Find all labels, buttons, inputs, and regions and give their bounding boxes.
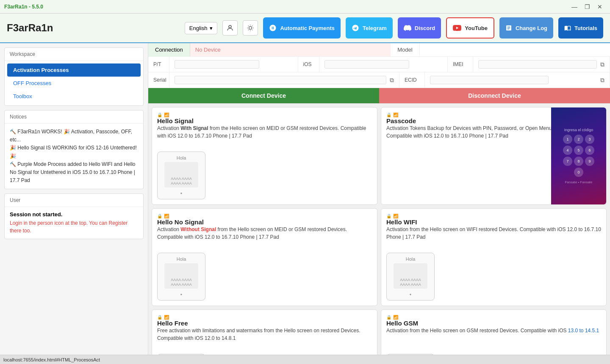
sidebar-item-toolbox[interactable]: Toolbox	[7, 90, 141, 103]
card-icons-6: 🔒 📶	[386, 315, 601, 320]
signal-icon-6: 📶	[393, 315, 398, 320]
close-button[interactable]: ✕	[594, 2, 606, 11]
signal-icon-2: 📶	[393, 113, 398, 117]
titlebar-logo: F3arRa1n - 5.5.0	[4, 4, 43, 10]
user-icon-button[interactable]	[222, 20, 238, 36]
telegram-button[interactable]: Telegram	[346, 17, 393, 39]
card-desc-hello-wifi: Activation from the Hello screen on WIFI…	[386, 226, 601, 241]
lock-icon-2: 🔒	[386, 113, 391, 117]
serial-input[interactable]	[175, 76, 386, 84]
card-desc-hello-free: Free activation with limitations and wat…	[157, 327, 372, 342]
ecid-input-cell: ⧉	[425, 72, 610, 88]
changelog-button[interactable]: Change Log	[499, 17, 553, 39]
imei-cell: IMEI	[448, 57, 473, 72]
svg-point-0	[229, 25, 231, 28]
serial-cell: Serial	[148, 72, 169, 88]
ios-input-cell	[319, 57, 448, 72]
titlebar-controls: — ❐ ✕	[568, 2, 606, 11]
imei-input-cell: ⧉	[473, 57, 610, 72]
language-selector[interactable]: English ▾	[185, 22, 218, 34]
svg-point-1	[249, 27, 252, 30]
discord-label: Discord	[415, 25, 435, 31]
wifi-icon: 📶	[393, 214, 398, 218]
connection-bar: Connection No Device Model P/T iOS	[148, 43, 610, 104]
workspace-menu: Activation Processes OFF Processes Toolb…	[5, 61, 143, 105]
notices-section: Notices 🔨 F3arRa1n WORKS! 🎉 Activation, …	[4, 110, 144, 189]
lock-icon-5: 🔒	[157, 315, 162, 320]
workspace-label: Workspace	[5, 48, 143, 61]
notices-label: Notices	[5, 110, 143, 124]
signal-icon-5: 📶	[164, 315, 169, 320]
svg-line-5	[252, 30, 253, 30]
user-label: User	[5, 194, 143, 207]
card-title-hello-no-signal: Hello No Signal	[157, 218, 372, 226]
copy-serial-icon[interactable]: ⧉	[390, 77, 394, 84]
sidebar: Workspace Activation Processes OFF Proce…	[0, 43, 148, 364]
statusbar: localhost:7655/index.html#HTML_ProcesosA…	[0, 355, 610, 364]
card-title-hello-gsm: Hello GSM	[386, 320, 601, 327]
sidebar-item-activation[interactable]: Activation Processes	[7, 63, 141, 77]
svg-line-4	[248, 26, 249, 26]
user-section: User Session not started. Login in the p…	[4, 193, 144, 239]
cards-area: 🔒 📶 Hello Signal Activation With Signal …	[148, 104, 610, 364]
imei-label: IMEI	[453, 61, 474, 67]
telegram-label: Telegram	[363, 25, 387, 31]
youtube-label: YouTube	[465, 25, 488, 31]
copy-ecid-icon[interactable]: ⧉	[600, 77, 604, 84]
card-icons-5: 🔒 📶	[157, 315, 372, 320]
notices-content: 🔨 F3arRa1n WORKS! 🎉 Activation, Passcode…	[5, 124, 143, 189]
copy-imei-icon[interactable]: ⧉	[600, 61, 604, 68]
connect-row: Connect Device Disconnect Device	[148, 88, 610, 103]
card-icons-4: 🔒 📶	[386, 214, 601, 218]
notice-1: 🔨 F3arRa1n WORKS! 🎉 Activation, Passcode…	[10, 128, 138, 144]
card-passcode[interactable]: 🔒 📶 Passcode Activation Tokens Backup fo…	[381, 107, 607, 205]
connection-row-1: Connection No Device Model	[148, 43, 610, 57]
card-preview-4: Hola AAAA AAAAAAAA AAAA ●	[386, 244, 601, 301]
changelog-label: Change Log	[516, 25, 547, 31]
signal-icon: 📶	[164, 113, 169, 117]
no-device-status: No Device	[190, 43, 391, 56]
notice-3: 🔨 Purple Mode Process added to Hello WIF…	[10, 160, 138, 185]
minimize-button[interactable]: —	[568, 2, 580, 11]
card-hello-no-signal[interactable]: 🔒 📶 Hello No Signal Activation Without S…	[152, 208, 377, 306]
ios-cell: iOS	[298, 57, 319, 72]
card-desc-hello-no-signal: Activation Without Signal from the Hello…	[157, 226, 372, 241]
card-icons-1: 🔒 📶	[157, 113, 372, 117]
autopay-button[interactable]: Automatic Payments	[263, 17, 341, 39]
card-preview-1: Hola AAAA AAAAAAAA AAAA ●	[157, 143, 372, 199]
session-status: Session not started.	[10, 211, 138, 218]
card-title-hello-signal: Hello Signal	[157, 117, 372, 124]
connect-device-button[interactable]: Connect Device	[148, 88, 379, 103]
sidebar-item-off[interactable]: OFF Processes	[7, 77, 141, 90]
connection-tab[interactable]: Connection	[148, 43, 190, 56]
login-prompt: Login in the person icon at the top. You…	[10, 219, 138, 234]
maximize-button[interactable]: ❐	[581, 2, 593, 11]
disconnect-device-button[interactable]: Disconnect Device	[379, 88, 610, 103]
user-content: Session not started. Login in the person…	[5, 207, 143, 239]
passcode-phone-image: Ingresa el código 1 2 3 4 5 6 7 8 9	[551, 108, 606, 204]
card-icons-3: 🔒 📶	[157, 214, 372, 218]
theme-toggle-button[interactable]	[243, 20, 258, 36]
connection-row-3: Serial ⧉ ECID ⧉	[148, 72, 610, 88]
ios-input[interactable]	[324, 60, 409, 69]
autopay-label: Automatic Payments	[280, 25, 335, 31]
pt-input[interactable]	[175, 60, 259, 69]
content-area: Connection No Device Model P/T iOS	[148, 43, 610, 364]
imei-input[interactable]	[478, 60, 597, 69]
discord-button[interactable]: Discord	[398, 17, 441, 39]
card-hello-wifi[interactable]: 🔒 📶 Hello WIFI Activation from the Hello…	[381, 208, 607, 306]
pt-input-cell	[169, 57, 298, 72]
titlebar: F3arRa1n - 5.5.0 — ❐ ✕	[0, 0, 610, 14]
connection-row-2: P/T iOS IMEI ⧉	[148, 57, 610, 72]
language-label: English	[189, 25, 208, 31]
app-title: F3arRa1n	[7, 22, 180, 34]
titlebar-left: F3arRa1n - 5.5.0	[4, 4, 43, 10]
card-hello-signal[interactable]: 🔒 📶 Hello Signal Activation With Signal …	[152, 107, 377, 205]
cards-grid: 🔒 📶 Hello Signal Activation With Signal …	[152, 107, 607, 364]
ecid-input[interactable]	[430, 76, 549, 84]
card-preview-3: Hola AAAA AAAAAAAA AAAA ●	[157, 244, 372, 301]
youtube-button[interactable]: YouTube	[446, 17, 494, 39]
svg-line-8	[248, 30, 249, 30]
tutorials-button[interactable]: Tutorials	[558, 17, 603, 39]
main-area: Workspace Activation Processes OFF Proce…	[0, 43, 610, 364]
